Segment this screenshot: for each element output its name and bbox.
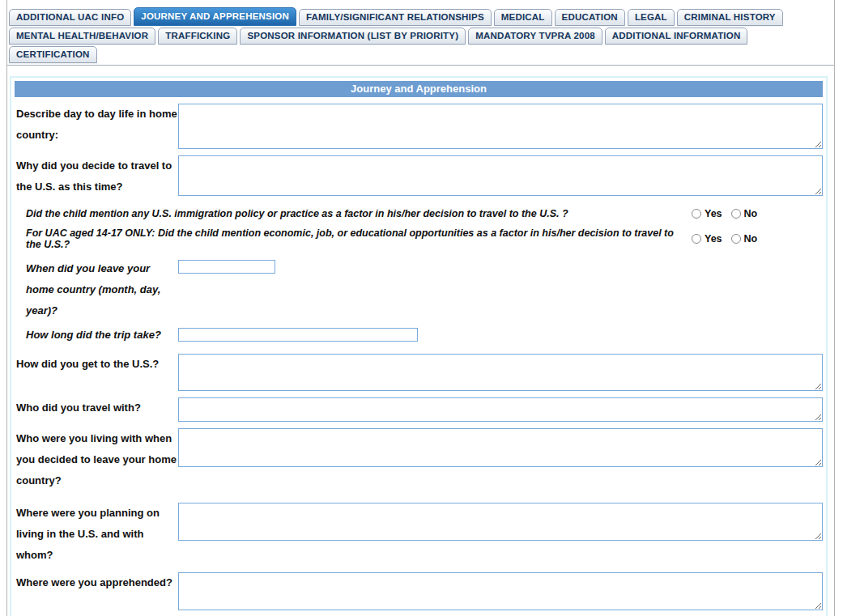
tab-bar: ADDITIONAL UAC INFO JOURNEY AND APPREHEN…: [7, 0, 834, 66]
immigration-policy-question: Did the child mention any U.S. immigrati…: [26, 208, 692, 219]
immigration-policy-radio-group: Yes No: [692, 208, 763, 219]
tab-additional-uac-info[interactable]: ADDITIONAL UAC INFO: [9, 9, 131, 26]
uac-14-17-no-radio[interactable]: [731, 234, 741, 244]
tab-additional-information[interactable]: ADDITIONAL INFORMATION: [605, 28, 748, 45]
apprehended-textarea[interactable]: [178, 572, 823, 610]
uac-14-17-yes-radio[interactable]: [692, 234, 701, 244]
uac-14-17-question: For UAC aged 14-17 ONLY: Did the child m…: [26, 227, 692, 250]
trip-length-input[interactable]: [178, 328, 418, 342]
form-row-day-to-day: Describe day to day life in home country…: [15, 104, 823, 149]
apprehended-label: Where were you apprehended?: [15, 572, 178, 610]
how-get-textarea[interactable]: [178, 354, 823, 391]
planning-living-textarea[interactable]: [178, 503, 823, 541]
form-row-travel-with: Who did you travel with?: [15, 397, 823, 422]
form-row-immigration-policy: Did the child mention any U.S. immigrati…: [15, 208, 823, 219]
why-travel-textarea[interactable]: [178, 155, 823, 196]
travel-with-label: Who did you travel with?: [15, 397, 178, 422]
trip-length-label: How long did the trip take?: [15, 325, 178, 346]
panel-title: Journey and Apprehension: [15, 81, 823, 97]
how-get-label: How did you get to the U.S.?: [15, 354, 178, 391]
tab-legal[interactable]: LEGAL: [628, 9, 675, 26]
when-leave-label: When did you leave your home country (mo…: [15, 258, 178, 321]
form-row-apprehended: Where were you apprehended?: [15, 572, 823, 610]
uac-14-17-radio-group: Yes No: [692, 233, 763, 244]
immigration-policy-yes-radio[interactable]: [692, 209, 701, 219]
day-to-day-label: Describe day to day life in home country…: [15, 104, 178, 149]
yes-radio-label: Yes: [705, 208, 722, 219]
form-row-planning-living: Where were you planning on living in the…: [15, 503, 823, 566]
tab-criminal-history[interactable]: CRIMINAL HISTORY: [677, 9, 783, 26]
tab-certification[interactable]: CERTIFICATION: [9, 46, 97, 63]
form-row-how-get: How did you get to the U.S.?: [15, 354, 823, 391]
no-radio-label: No: [744, 233, 758, 244]
why-travel-label: Why did you decide to travel to the U.S.…: [15, 155, 178, 198]
tab-trafficking[interactable]: TRAFFICKING: [158, 28, 237, 45]
day-to-day-textarea[interactable]: [178, 104, 823, 149]
when-leave-input[interactable]: [178, 260, 275, 274]
tab-sponsor-information[interactable]: SPONSOR INFORMATION (LIST BY PRIORITY): [240, 28, 466, 45]
form-row-why-travel: Why did you decide to travel to the U.S.…: [15, 155, 823, 198]
tab-mandatory-tvpra-2008[interactable]: MANDATORY TVPRA 2008: [468, 28, 602, 45]
tab-family-significant-relationships[interactable]: FAMILY/SIGNIFICANT RELATIONSHIPS: [299, 9, 492, 26]
travel-with-textarea[interactable]: [178, 397, 823, 422]
journey-apprehension-panel: Journey and Apprehension Describe day to…: [10, 76, 828, 616]
living-with-label: Who were you living with when you decide…: [15, 428, 178, 491]
no-radio-label: No: [744, 208, 758, 219]
tab-row-2: MENTAL HEALTH/BEHAVIOR TRAFFICKING SPONS…: [9, 28, 834, 45]
tab-education[interactable]: EDUCATION: [555, 9, 625, 26]
tab-journey-and-apprehension[interactable]: JOURNEY AND APPREHENSION: [134, 7, 296, 26]
living-with-textarea[interactable]: [178, 428, 823, 467]
tab-row-1: ADDITIONAL UAC INFO JOURNEY AND APPREHEN…: [9, 7, 834, 26]
form-row-uac-14-17: For UAC aged 14-17 ONLY: Did the child m…: [15, 227, 823, 250]
form-row-living-with: Who were you living with when you decide…: [15, 428, 823, 491]
page-frame: ADDITIONAL UAC INFO JOURNEY AND APPREHEN…: [6, 0, 835, 616]
tab-mental-health-behavior[interactable]: MENTAL HEALTH/BEHAVIOR: [9, 28, 155, 45]
planning-living-label: Where were you planning on living in the…: [15, 503, 178, 566]
form-row-when-leave: When did you leave your home country (mo…: [15, 258, 823, 321]
form-row-trip-length: How long did the trip take?: [15, 325, 823, 346]
tab-medical[interactable]: MEDICAL: [494, 9, 552, 26]
tab-row-3: CERTIFICATION: [9, 46, 834, 63]
immigration-policy-no-radio[interactable]: [731, 209, 741, 219]
yes-radio-label: Yes: [705, 233, 722, 244]
